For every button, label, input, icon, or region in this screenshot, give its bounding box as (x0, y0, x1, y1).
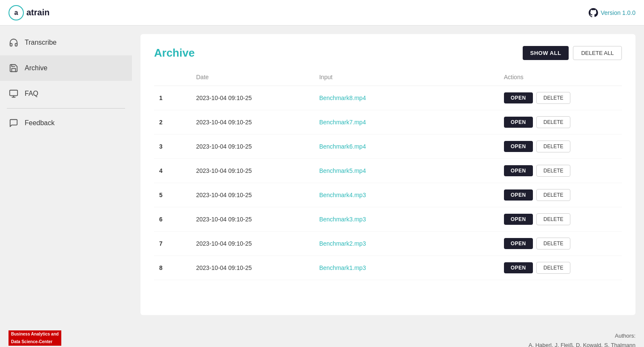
row-input[interactable]: Benchmark3.mp3 (314, 207, 499, 232)
footer: Business Analytics and Data Science-Cent… (0, 324, 644, 347)
row-date: 2023-10-04 09:10-25 (191, 256, 314, 280)
sidebar-transcribe-label: Transcribe (25, 39, 57, 46)
row-input[interactable]: Benchmark6.mp4 (314, 135, 499, 159)
delete-button[interactable]: DELETE (536, 141, 571, 152)
archive-title: Archive (154, 46, 195, 60)
row-date: 2023-10-04 09:10-25 (191, 232, 314, 256)
version-text[interactable]: Version 1.0.0 (601, 9, 635, 16)
bandas-line1: Business Analytics and (9, 330, 61, 338)
row-date: 2023-10-04 09:10-25 (191, 183, 314, 207)
open-button[interactable]: OPEN (504, 92, 533, 103)
svg-text:a: a (14, 9, 18, 16)
table-row: 6 2023-10-04 09:10-25 Benchmark3.mp3 OPE… (154, 207, 622, 232)
delete-button[interactable]: DELETE (536, 262, 571, 274)
row-actions: OPEN DELETE (499, 207, 622, 232)
row-input[interactable]: Benchmark5.mp4 (314, 159, 499, 183)
open-button[interactable]: OPEN (504, 262, 533, 273)
delete-button[interactable]: DELETE (536, 238, 571, 249)
table-row: 2 2023-10-04 09:10-25 Benchmark7.mp4 OPE… (154, 110, 622, 135)
open-button[interactable]: OPEN (504, 165, 533, 176)
version-link[interactable]: Version 1.0.0 (589, 8, 635, 17)
delete-button[interactable]: DELETE (536, 189, 571, 201)
table-header: Date Input Actions (154, 70, 622, 86)
table-row: 3 2023-10-04 09:10-25 Benchmark6.mp4 OPE… (154, 135, 622, 159)
main-layout: Transcribe Archive FAQ (0, 26, 644, 324)
delete-button[interactable]: DELETE (536, 92, 571, 104)
row-input[interactable]: Benchmark8.mp4 (314, 86, 499, 110)
row-date: 2023-10-04 09:10-25 (191, 207, 314, 232)
sidebar-item-faq[interactable]: FAQ (0, 81, 132, 106)
col-header-actions: Actions (499, 70, 622, 86)
row-num: 6 (154, 207, 191, 232)
logo-area: a atrain (9, 5, 49, 20)
archive-panel: Archive SHOW ALL DELETE ALL Date Input A… (140, 34, 635, 315)
sidebar-item-feedback[interactable]: Feedback (0, 110, 132, 136)
delete-button[interactable]: DELETE (536, 116, 571, 128)
svg-rect-2 (10, 90, 17, 96)
row-date: 2023-10-04 09:10-25 (191, 110, 314, 135)
row-input[interactable]: Benchmark1.mp3 (314, 256, 499, 280)
headphones-icon (9, 37, 19, 48)
row-num: 5 (154, 183, 191, 207)
sidebar-divider (7, 108, 125, 109)
open-button[interactable]: OPEN (504, 214, 533, 225)
sidebar-archive-label: Archive (25, 64, 47, 72)
row-num: 1 (154, 86, 191, 110)
content-area: Archive SHOW ALL DELETE ALL Date Input A… (132, 26, 644, 324)
header-buttons: SHOW ALL DELETE ALL (523, 46, 622, 60)
table-row: 4 2023-10-04 09:10-25 Benchmark5.mp4 OPE… (154, 159, 622, 183)
row-num: 4 (154, 159, 191, 183)
row-num: 8 (154, 256, 191, 280)
app-name: atrain (26, 8, 49, 17)
row-actions: OPEN DELETE (499, 183, 622, 207)
row-input[interactable]: Benchmark7.mp4 (314, 110, 499, 135)
col-header-input: Input (314, 70, 499, 86)
authors-names: A. Haberl, J. Fleiß, D. Kowald, S. Thalm… (529, 341, 635, 347)
topbar: a atrain Version 1.0.0 (0, 0, 644, 26)
archive-table: Date Input Actions 1 2023-10-04 09:10-25… (154, 70, 622, 280)
sidebar-faq-label: FAQ (25, 90, 38, 98)
row-actions: OPEN DELETE (499, 86, 622, 110)
delete-button[interactable]: DELETE (536, 213, 571, 225)
authors-label: Authors: (529, 331, 635, 341)
open-button[interactable]: OPEN (504, 117, 533, 128)
delete-button[interactable]: DELETE (536, 165, 571, 177)
github-icon (589, 8, 598, 17)
monitor-icon (9, 89, 19, 99)
col-header-num (154, 70, 191, 86)
row-date: 2023-10-04 09:10-25 (191, 86, 314, 110)
row-input[interactable]: Benchmark4.mp3 (314, 183, 499, 207)
sidebar-item-transcribe[interactable]: Transcribe (0, 30, 132, 55)
bandas-line2: Data Science-Center (9, 338, 61, 346)
row-input[interactable]: Benchmark2.mp3 (314, 232, 499, 256)
archive-header: Archive SHOW ALL DELETE ALL (154, 46, 622, 60)
logo-icon: a (9, 5, 24, 20)
show-all-button[interactable]: SHOW ALL (523, 46, 569, 60)
row-date: 2023-10-04 09:10-25 (191, 135, 314, 159)
open-button[interactable]: OPEN (504, 189, 533, 201)
floppy-icon (9, 63, 19, 73)
row-num: 2 (154, 110, 191, 135)
table-row: 8 2023-10-04 09:10-25 Benchmark1.mp3 OPE… (154, 256, 622, 280)
row-actions: OPEN DELETE (499, 232, 622, 256)
table-row: 5 2023-10-04 09:10-25 Benchmark4.mp3 OPE… (154, 183, 622, 207)
row-actions: OPEN DELETE (499, 110, 622, 135)
sidebar: Transcribe Archive FAQ (0, 26, 132, 324)
open-button[interactable]: OPEN (504, 238, 533, 249)
table-row: 1 2023-10-04 09:10-25 Benchmark8.mp4 OPE… (154, 86, 622, 110)
row-date: 2023-10-04 09:10-25 (191, 159, 314, 183)
col-header-date: Date (191, 70, 314, 86)
table-row: 7 2023-10-04 09:10-25 Benchmark2.mp3 OPE… (154, 232, 622, 256)
row-num: 7 (154, 232, 191, 256)
open-button[interactable]: OPEN (504, 141, 533, 152)
chat-icon (9, 118, 19, 128)
row-actions: OPEN DELETE (499, 159, 622, 183)
delete-all-button[interactable]: DELETE ALL (573, 46, 622, 60)
bandas-badge: Business Analytics and Data Science-Cent… (9, 330, 61, 347)
row-num: 3 (154, 135, 191, 159)
sidebar-feedback-label: Feedback (25, 119, 54, 127)
sidebar-item-archive[interactable]: Archive (0, 55, 132, 81)
archive-tbody: 1 2023-10-04 09:10-25 Benchmark8.mp4 OPE… (154, 86, 622, 280)
row-actions: OPEN DELETE (499, 256, 622, 280)
row-actions: OPEN DELETE (499, 135, 622, 159)
